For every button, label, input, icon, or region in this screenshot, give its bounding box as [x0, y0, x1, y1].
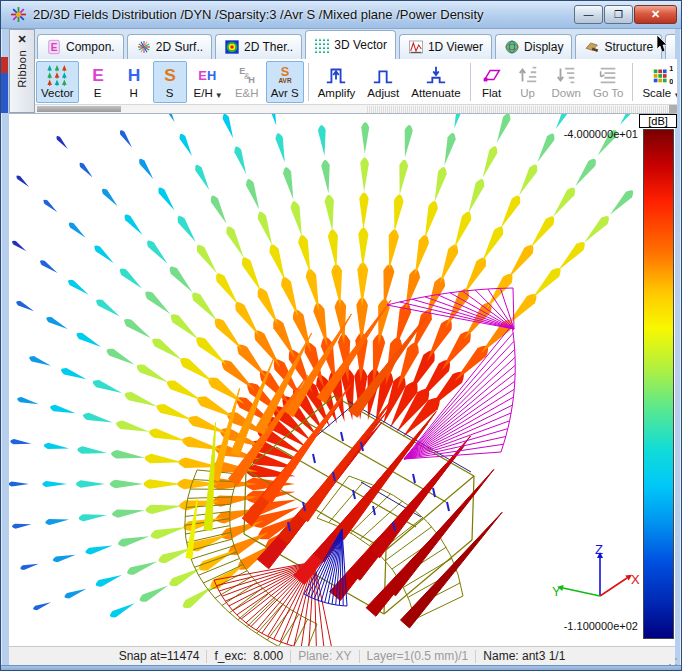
- svg-text:E: E: [198, 67, 207, 82]
- go-to-button[interactable]: Go To: [588, 61, 628, 103]
- close-button[interactable]: ✕: [634, 5, 677, 24]
- display-sphere-icon: [504, 39, 520, 55]
- colorbar-unit-label: [dB]: [639, 114, 677, 128]
- tab-label: Display: [524, 40, 563, 54]
- left-edge-blue-mark: [1, 73, 8, 113]
- colorbar-max-label: -4.000000e+01: [564, 128, 638, 140]
- toolbar-scrollbar-cap: [669, 105, 677, 113]
- svg-text:S: S: [164, 65, 176, 85]
- up-button[interactable]: Up: [511, 61, 545, 103]
- toolbar-button-label: Amplify: [318, 87, 356, 99]
- ribbon-panel: ✕ Ribbon: [9, 29, 35, 113]
- status-item: Layer=1(0.5 mm)/1: [360, 649, 476, 663]
- vector-button[interactable]: Vector: [36, 61, 79, 103]
- tab-1d-viewer[interactable]: 1D Viewer: [399, 34, 492, 59]
- toolbar: VectorEEHHSSEHE/H▼E&HE&HSAVRAvr SAmplify…: [35, 59, 677, 104]
- restore-button[interactable]: ❐: [604, 5, 633, 24]
- e-button[interactable]: EE: [81, 61, 115, 103]
- flat-button[interactable]: Flat: [475, 61, 509, 103]
- title-bar[interactable]: 2D/3D Fields Distribution /DYN /Sparsity…: [1, 1, 682, 29]
- status-item: Name: ant3 1/1: [476, 649, 572, 663]
- toolbar-scrollbar[interactable]: [35, 104, 677, 113]
- tab-2d-surf[interactable]: 2D Surf..: [127, 34, 212, 59]
- minimize-button[interactable]: —: [574, 5, 603, 24]
- svg-text:H: H: [127, 65, 140, 85]
- tab-label: 2D Ther..: [244, 40, 293, 54]
- status-item: f_exc: 8.000: [207, 649, 290, 663]
- toolbar-button-label: S: [166, 87, 174, 99]
- stairs-up-icon: [516, 63, 540, 87]
- toolbar-button-label: Scale: [642, 87, 671, 99]
- vector-grid-icon: [45, 63, 69, 87]
- amplify-button[interactable]: Amplify: [313, 61, 361, 103]
- letter-h-icon: H: [122, 63, 146, 87]
- letters-eh-gray-icon: E&H: [235, 63, 259, 87]
- toolbar-button-label: Flat: [482, 87, 501, 99]
- app-window: 2D/3D Fields Distribution /DYN /Sparsity…: [0, 0, 682, 671]
- svg-text:0: 0: [669, 77, 673, 86]
- adjust-button[interactable]: Adjust: [362, 61, 404, 103]
- toolbar-button-label: E: [94, 87, 102, 99]
- toolbar-button-label: Vector: [41, 87, 74, 99]
- scale-button[interactable]: 10Scale▼: [637, 61, 677, 103]
- down-button[interactable]: Down: [547, 61, 586, 103]
- tab-2d-ther[interactable]: 2D Ther..: [215, 34, 302, 59]
- svg-text:AVR: AVR: [278, 77, 291, 84]
- viewer-1d-icon: [408, 39, 424, 55]
- ribbon-panel-label[interactable]: Ribbon: [16, 50, 28, 88]
- chevron-down-icon: ▼: [215, 91, 223, 100]
- window-bottom-border: [1, 665, 682, 671]
- svg-text:E: E: [51, 42, 58, 53]
- svg-text:E: E: [92, 65, 104, 85]
- toolbar-separator: [308, 63, 309, 101]
- e-h-button[interactable]: EHE/H▼: [189, 61, 228, 103]
- tab-structure[interactable]: Structure: [575, 34, 662, 59]
- left-edge-red-mark: [1, 57, 8, 73]
- toolbar-scrollbar-thumb[interactable]: [37, 106, 121, 112]
- tab-envelope[interactable]: Envelope: [665, 34, 675, 59]
- h-button[interactable]: HH: [117, 61, 151, 103]
- axes-triad: ZXY: [552, 542, 640, 599]
- toolbar-button-label: Up: [520, 87, 535, 99]
- svg-text:H: H: [248, 75, 255, 85]
- tab-label: 3D Vector: [334, 38, 387, 52]
- svg-text:1: 1: [669, 64, 673, 73]
- toolbar-separator: [632, 63, 633, 101]
- field-canvas[interactable]: ZXY [dB] -4.000000e+01 -1.100000e+02: [9, 113, 675, 646]
- tab-3d-vector[interactable]: 3D Vector: [305, 30, 396, 59]
- attenuate-icon: [424, 63, 448, 87]
- svg-text:H: H: [207, 67, 216, 82]
- goto-icon: [596, 63, 620, 87]
- axis-label-y: Y: [552, 584, 561, 599]
- colorbar-min-label: -1.100000e+02: [564, 620, 638, 632]
- vector-field-plot[interactable]: ZXY: [9, 114, 675, 647]
- letter-e-icon: E: [86, 63, 110, 87]
- tab-label: Compon.: [66, 40, 115, 54]
- letter-s-icon: S: [158, 63, 182, 87]
- colorbar: [643, 129, 674, 639]
- window-title: 2D/3D Fields Distribution /DYN /Sparsity…: [33, 7, 484, 22]
- toolbar-button-label: Attenuate: [411, 87, 460, 99]
- s-button[interactable]: SS: [153, 61, 187, 103]
- toolbar-scrollbar-track: [367, 106, 669, 113]
- thermal-2d-icon: [224, 39, 240, 55]
- vector-3d-icon: [314, 37, 330, 53]
- tab-display[interactable]: Display: [495, 34, 572, 59]
- status-item: Snap at=11474: [112, 649, 207, 663]
- scale-icon: 10: [650, 63, 674, 87]
- tab-compon[interactable]: ECompon.: [37, 34, 124, 59]
- tab-label: Structure: [604, 40, 653, 54]
- letters-eh-icon: EH: [196, 63, 220, 87]
- e-h-button[interactable]: E&HE&H: [230, 61, 264, 103]
- toolbar-button-label: Down: [552, 87, 581, 99]
- attenuate-button[interactable]: Attenuate: [406, 61, 465, 103]
- ribbon-close-icon[interactable]: ✕: [17, 30, 26, 48]
- stairs-down-icon: [554, 63, 578, 87]
- adjust-icon: [371, 63, 395, 87]
- toolbar-button-label: E/H: [194, 87, 213, 99]
- tab-strip: ECompon.2D Surf..2D Ther..3D Vector1D Vi…: [9, 29, 675, 59]
- toolbar-button-label: Adjust: [367, 87, 399, 99]
- avr-s-button[interactable]: SAVRAvr S: [266, 61, 304, 103]
- status-bar: Snap at=11474f_exc: 8.000Plane: XYLayer=…: [9, 646, 675, 665]
- structure-brush-icon: [584, 39, 600, 55]
